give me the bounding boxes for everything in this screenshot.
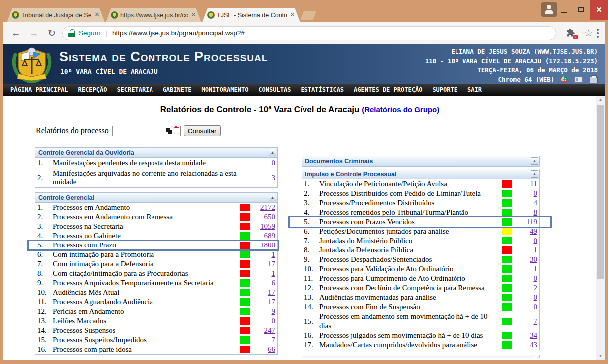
status-square-red	[240, 270, 250, 277]
url-text[interactable]: https://www.tjse.jus.br/pgrau/principal.…	[112, 29, 245, 37]
consultar-button[interactable]: Consultar	[184, 125, 221, 136]
back-icon[interactable]: ←	[10, 28, 21, 39]
count-link[interactable]: 30	[530, 255, 537, 263]
item-label: Juntadas do Ministério Público	[319, 236, 502, 245]
address-bar[interactable]: Seguro | https://www.tjse.jus.br/pgrau/p…	[62, 26, 556, 40]
list-item: 3.Processos na Secretaria1059	[35, 222, 277, 231]
count-link[interactable]: 7	[272, 336, 276, 344]
item-count: 7	[516, 317, 537, 326]
id-card-icon[interactable]	[574, 77, 583, 83]
menu-sair[interactable]: SAIR	[462, 86, 487, 93]
count-link[interactable]: 43	[530, 341, 537, 349]
count-link[interactable]: 1	[272, 269, 276, 277]
menu-pagina-principal[interactable]: PÁGINA PRINCIPAL	[5, 86, 73, 93]
list-item: 7.Com intimação para a Defensoria17	[35, 259, 277, 269]
count-link[interactable]: 2172	[260, 203, 275, 211]
count-link[interactable]: 49	[530, 227, 537, 235]
status-square-red	[502, 246, 512, 254]
printer-icon[interactable]	[590, 77, 598, 83]
count-link[interactable]: 0	[534, 274, 538, 282]
status-square-green	[240, 232, 250, 240]
menu-agentes-de-protecao[interactable]: AGENTES DE PROTEÇÃO	[349, 86, 427, 93]
cutoff-panel-header	[302, 355, 540, 358]
window-frame	[0, 22, 3, 364]
tab-close-icon[interactable]: ✕	[93, 11, 101, 19]
collapse-button[interactable]: ▲	[269, 149, 276, 156]
item-label: Audiências Mês Atual	[53, 288, 240, 297]
count-link[interactable]: 6	[272, 279, 276, 287]
count-link[interactable]: 11	[530, 180, 537, 188]
count-link[interactable]: 7	[534, 317, 538, 325]
count-link[interactable]: 0	[272, 317, 276, 325]
tab-close-icon[interactable]: ✕	[289, 11, 296, 19]
item-label: Processos remetidos pelo Tribunal/Turma/…	[319, 208, 502, 217]
menu-estatisticas[interactable]: ESTATÍSTICAS	[296, 86, 349, 93]
collapse-button[interactable]: ▲	[269, 194, 276, 201]
panel-impulso-controle-processual: Impulso e Controle Processual ▲ 1.Vincul…	[302, 169, 540, 350]
forward-icon[interactable]: →	[28, 28, 39, 39]
group-reports-link[interactable]: (Relatórios do Grupo)	[362, 105, 439, 114]
collapse-button[interactable]: ▲	[531, 157, 538, 165]
page-scrollbar[interactable]: ▲ ▼	[596, 96, 605, 360]
count-link[interactable]: 1059	[260, 222, 275, 230]
barcode-icon[interactable]	[166, 128, 172, 134]
process-number-input[interactable]	[112, 126, 181, 136]
menu-secretaria[interactable]: SECRETARIA	[112, 86, 157, 93]
tab-3-active[interactable]: TJSE - Sistema de Contro ✕	[202, 8, 300, 22]
count-link[interactable]: 1	[534, 246, 538, 254]
menu-consultas[interactable]: CONSULTAS	[253, 86, 296, 93]
count-link[interactable]: 689	[264, 232, 276, 240]
minimize-button[interactable]	[555, 0, 572, 20]
count-link[interactable]: 4	[534, 199, 538, 207]
scroll-up-icon[interactable]: ▲	[596, 96, 605, 104]
count-link[interactable]: 34	[530, 331, 537, 339]
panel-header: Controle Gerencial da Ouvidoria ▲	[35, 148, 277, 158]
list-item: 15.Processos em andamento sem movimentaç…	[302, 312, 539, 331]
chrome-icon	[561, 76, 568, 83]
collapse-button[interactable]	[531, 357, 538, 359]
tab-close-icon[interactable]: ✕	[190, 11, 197, 19]
new-tab-button[interactable]	[300, 11, 316, 20]
count-link[interactable]: 0	[534, 237, 538, 244]
item-number: 11.	[37, 297, 53, 307]
scrollbar-thumb[interactable]	[597, 105, 604, 279]
count-link[interactable]: 8	[534, 208, 538, 216]
count-link[interactable]: 0	[534, 303, 538, 311]
tab-2[interactable]: https://www.tjse.jus.br/co ✕	[106, 8, 201, 22]
count-link[interactable]: 3	[272, 174, 276, 182]
close-button[interactable]: ✕	[590, 0, 608, 20]
panel-header: Impulso e Controle Processual ▲	[302, 169, 539, 179]
count-link[interactable]: 1	[272, 250, 276, 258]
maximize-button[interactable]	[573, 0, 590, 20]
status-square-green	[502, 199, 512, 207]
count-link[interactable]: 650	[264, 213, 276, 221]
item-count: 1	[516, 264, 537, 274]
tab-1[interactable]: Tribunal de Justiça de Se ✕	[7, 8, 105, 22]
item-number: 2.	[37, 212, 53, 222]
clipboard-icon[interactable]	[174, 127, 179, 134]
menu-suporte[interactable]: SUPORTE	[427, 86, 462, 93]
count-link[interactable]: 17	[268, 288, 275, 296]
count-link[interactable]: 119	[526, 218, 537, 226]
reload-icon[interactable]: ↻	[46, 27, 57, 39]
count-link[interactable]: 66	[268, 345, 275, 353]
count-link[interactable]: 17	[268, 298, 275, 306]
browser-menu-icon[interactable]	[597, 29, 599, 38]
count-link[interactable]: 17	[268, 260, 275, 268]
count-link[interactable]: 0	[534, 293, 538, 301]
count-link[interactable]: 247	[264, 326, 276, 334]
bookmark-star-icon[interactable]: ☆	[584, 27, 593, 39]
count-link[interactable]: 1	[534, 265, 538, 273]
collapse-button[interactable]: ▲	[531, 170, 538, 178]
count-link[interactable]: 0	[272, 159, 276, 167]
count-link[interactable]: 2	[534, 284, 538, 292]
count-link[interactable]: 1800	[260, 241, 275, 249]
menu-monitoramento[interactable]: MONITORAMENTO	[196, 86, 253, 93]
item-number: 15.	[37, 335, 53, 345]
count-link[interactable]: 0	[534, 189, 538, 197]
extension-icon[interactable]: ×	[566, 28, 576, 38]
menu-gabinete[interactable]: GABINETE	[158, 86, 197, 93]
menu-recepcao[interactable]: RECEPÇÃO	[73, 86, 112, 93]
scroll-down-icon[interactable]: ▼	[596, 352, 605, 360]
count-link[interactable]: 9	[272, 307, 276, 315]
